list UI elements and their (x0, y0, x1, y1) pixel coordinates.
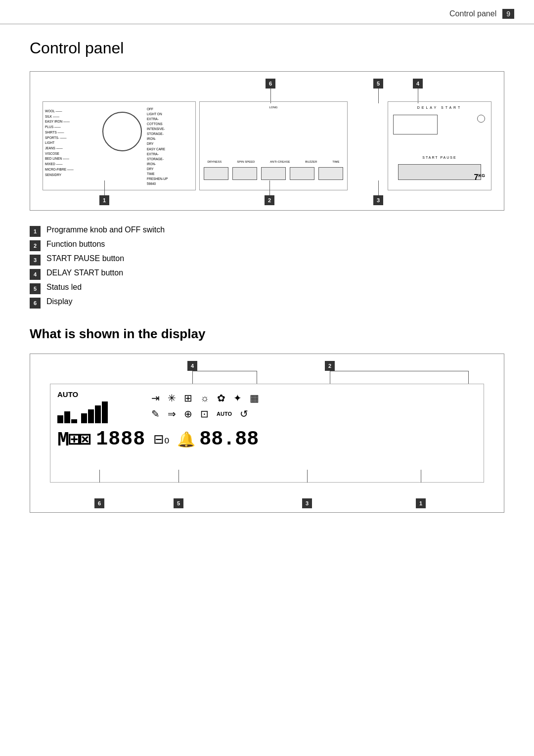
func-labels: DRYNESS SPIN SPEED ANTI-CREASE BUZZER TI… (200, 160, 347, 163)
prog-plus: PLUS —— (45, 125, 74, 130)
prog-bedlinen: BED LINEN —— (45, 156, 74, 162)
label-dryness: DRYNESS (207, 160, 222, 163)
vline-5 (378, 89, 379, 103)
programme-panel: WOOL —— SILK —— EASY IRON —— PLUS —— SHI… (43, 101, 196, 190)
legend-text-6: Display (46, 297, 72, 306)
prog-jeans: JEANS —— (45, 146, 74, 151)
badge-6-top: 6 (266, 79, 275, 89)
seg-time-display: 88.88 (199, 428, 259, 450)
prog-labels-right: OFF LIGHT ON EXTRA- COTTONS INTENSIVE- S… (147, 107, 168, 186)
section2-title: What is shown in the display (30, 326, 504, 342)
disp-vline-bot-6 (99, 470, 100, 483)
vline-bot-2 (269, 180, 270, 195)
prog-wool: WOOL —— (45, 109, 74, 114)
disp-vline-2 (330, 371, 330, 384)
prog-microfibre: MICRO-FIBRE —— (45, 167, 74, 173)
disp-badge-2: 2 (325, 361, 335, 371)
disp-hline-2 (330, 371, 468, 371)
label-anticrease: ANTI-CREASE (270, 160, 290, 163)
start-pause-label: START PAUSE (388, 156, 491, 159)
prog-light: LIGHT (45, 140, 74, 146)
label-irondry: IRON- (147, 136, 168, 141)
badge-1-bottom: 1 (99, 195, 109, 205)
icon-fan: ✦ (233, 392, 242, 404)
legend-badge-3: 3 (30, 255, 41, 266)
label-dry: DRY (147, 141, 168, 146)
label-easycare: EASY CARE (147, 147, 168, 152)
label-off: OFF (147, 107, 168, 112)
bar-1 (57, 415, 63, 423)
func-btn-5[interactable] (318, 167, 343, 180)
bar-7 (102, 401, 108, 423)
bar-3 (71, 419, 77, 423)
legend-badge-5: 5 (30, 283, 41, 294)
func-btn-4[interactable] (290, 167, 314, 180)
prog-sensidry: SENSIDRY (45, 173, 74, 178)
diagram-inner: 6 5 4 WOOL —— SILK —— EASY IRON —— PLUS … (30, 72, 504, 210)
label-irondry2: IRON- (147, 162, 168, 167)
legend-item-3: 3 START PAUSE button (30, 254, 504, 266)
header-title: Control panel (449, 9, 496, 18)
disp-badge-1: 1 (416, 498, 426, 508)
icon-arrow: ⇒ (168, 408, 176, 420)
legend-badge-6: 6 (30, 298, 41, 309)
label-cottons2: COTTONS (147, 122, 168, 127)
legend-text-4: DELAY START button (46, 268, 123, 277)
delay-box[interactable] (393, 115, 438, 134)
label-dry2: DRY (147, 167, 168, 172)
bar-4 (81, 413, 87, 423)
disp-badge-3: 3 (302, 498, 312, 508)
legend-list: 1 Programme knob and OFF switch 2 Functi… (30, 225, 504, 309)
label-cottons: EXTRA- (147, 117, 168, 122)
display-top-section: AUTO (57, 390, 477, 423)
section1-title: Control panel (30, 39, 504, 57)
disp-vline-2b (468, 371, 469, 384)
disp-hline-4 (192, 371, 257, 371)
badge-4-top: 4 (413, 79, 423, 89)
function-buttons-panel: DRYNESS SPIN SPEED ANTI-CREASE BUZZER TI… (199, 101, 348, 190)
vline-bot-3 (378, 180, 379, 195)
legend-badge-2: 2 (30, 240, 41, 251)
icon-sun: ✳ (168, 392, 176, 404)
badge-3-bottom: 3 (373, 195, 383, 205)
disp-vline-4 (192, 371, 193, 384)
display-content: AUTO (50, 384, 484, 483)
long-anticrease-label: LONG (269, 106, 277, 109)
icon-circle: ⊕ (184, 408, 192, 420)
legend-text-1: Programme knob and OFF switch (46, 225, 165, 234)
func-btn-2[interactable] (232, 167, 257, 180)
legend-badge-1: 1 (30, 226, 41, 237)
legend-item-5: 5 Status led (30, 283, 504, 294)
kg-display: 7KG (474, 173, 485, 182)
label-time: TIME (147, 172, 168, 177)
label-spinspeed: SPIN SPEED (237, 160, 255, 163)
legend-text-3: START PAUSE button (46, 254, 124, 263)
func-btn-3[interactable] (261, 167, 286, 180)
label-time-func: TIME (332, 160, 339, 163)
bar-2 (64, 411, 70, 423)
icon-box: ⊡ (200, 408, 209, 420)
icon-hand: ✎ (151, 408, 160, 420)
legend-item-6: 6 Display (30, 297, 504, 309)
display-inner: 4 2 AUTO (30, 354, 504, 512)
delay-start-label: DELAY START (388, 106, 491, 109)
display-diagram: 4 2 AUTO (30, 354, 504, 513)
label-freshenup: FRESHEN-UP (147, 177, 168, 181)
auto-label-top: AUTO (57, 390, 146, 399)
prog-sports: SPORTS- —— (45, 135, 74, 141)
disp-badge-5: 5 (174, 498, 183, 508)
programme-dial (102, 112, 142, 151)
icon-grid: ⊞ (184, 392, 192, 404)
func-buttons[interactable] (204, 167, 343, 180)
label-buzzer: BUZZER (305, 160, 317, 163)
badge-2-bottom: 2 (265, 195, 274, 205)
start-pause-button[interactable] (398, 164, 481, 180)
vline-bot-1 (104, 180, 105, 195)
legend-text-2: Function buttons (46, 240, 105, 249)
seg-printer-icon: ⊟₀ (153, 432, 169, 447)
auto-label-small: AUTO (217, 411, 232, 417)
seg-mid: 1888 (96, 428, 145, 450)
seg-bell-icon: 🔔 (177, 431, 195, 448)
func-btn-1[interactable] (204, 167, 228, 180)
seg-left: M⊞⊠ (57, 427, 90, 451)
